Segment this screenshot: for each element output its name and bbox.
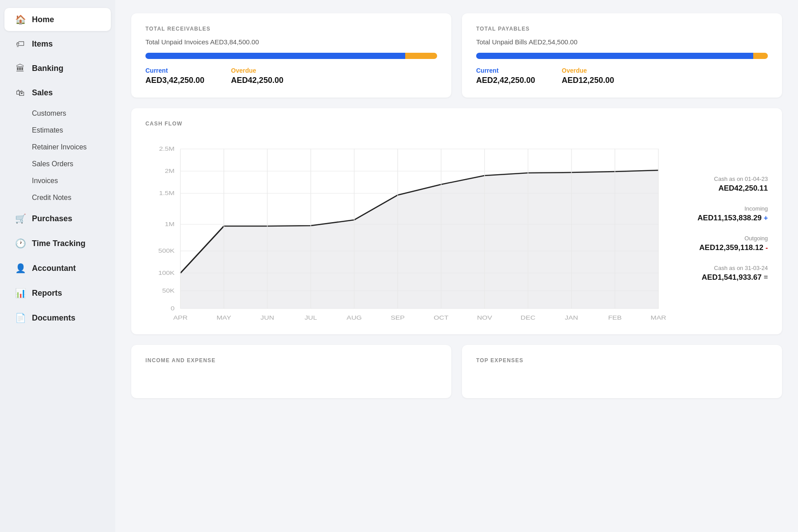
sidebar-item-time-tracking[interactable]: 🕐 Time Tracking bbox=[4, 232, 111, 255]
receivables-legend: Current AED3,42,250.00 Overdue AED42,250… bbox=[145, 67, 437, 85]
sidebar-item-home[interactable]: 🏠 Home bbox=[4, 8, 111, 31]
svg-text:JAN: JAN bbox=[565, 315, 578, 321]
payables-legend: Current AED2,42,250.00 Overdue AED12,250… bbox=[476, 67, 768, 85]
income-expense-card: INCOME AND EXPENSE bbox=[131, 345, 451, 398]
sidebar-item-documents-label: Documents bbox=[32, 313, 75, 323]
sidebar-item-sales-orders[interactable]: Sales Orders bbox=[27, 156, 115, 172]
sales-icon: 🛍 bbox=[15, 88, 26, 98]
accountant-icon: 👤 bbox=[15, 263, 26, 274]
home-icon: 🏠 bbox=[15, 14, 26, 25]
sidebar-item-invoices[interactable]: Invoices bbox=[27, 172, 115, 189]
svg-text:JUN: JUN bbox=[261, 315, 274, 321]
payables-progress-blue bbox=[476, 53, 753, 59]
cash-end-label: Cash as on 31-03-24 bbox=[685, 265, 768, 271]
sidebar-item-credit-notes[interactable]: Credit Notes bbox=[27, 189, 115, 206]
receivables-progress-yellow bbox=[405, 53, 437, 59]
cash-start-block: Cash as on 01-04-23 AED42,250.11 bbox=[685, 176, 768, 193]
cashflow-card: CASH FLOW 2.5M 2M 1.5M 1M bbox=[131, 108, 782, 334]
sidebar-item-items-label: Items bbox=[32, 39, 53, 49]
sidebar-item-items[interactable]: 🏷 Items bbox=[4, 33, 111, 55]
payables-overdue: Overdue AED12,250.00 bbox=[562, 67, 614, 85]
purchases-icon: 🛒 bbox=[15, 213, 26, 224]
cashflow-body: 2.5M 2M 1.5M 1M 500K 100K 50K 0 bbox=[145, 136, 768, 322]
svg-text:FEB: FEB bbox=[608, 315, 622, 321]
svg-text:OCT: OCT bbox=[434, 315, 449, 321]
payables-progress-yellow bbox=[753, 53, 768, 59]
receivables-overdue-value: AED42,250.00 bbox=[231, 76, 283, 85]
payables-overdue-value: AED12,250.00 bbox=[562, 76, 614, 85]
svg-text:SEP: SEP bbox=[391, 315, 405, 321]
receivables-subtitle: Total Unpaid Invoices AED3,84,500.00 bbox=[145, 38, 437, 46]
receivables-current-value: AED3,42,250.00 bbox=[145, 76, 204, 85]
sidebar-item-accountant-label: Accountant bbox=[32, 264, 76, 273]
sidebar: 🏠 Home 🏷 Items 🏛 Banking 🛍 Sales Custome… bbox=[0, 0, 115, 532]
svg-text:AUG: AUG bbox=[347, 315, 362, 321]
sidebar-item-banking-label: Banking bbox=[32, 64, 63, 73]
receivables-overdue: Overdue AED42,250.00 bbox=[231, 67, 283, 85]
payables-current: Current AED2,42,250.00 bbox=[476, 67, 535, 85]
incoming-label: Incoming bbox=[685, 205, 768, 212]
svg-text:2.5M: 2.5M bbox=[159, 146, 175, 152]
sidebar-item-reports-label: Reports bbox=[32, 289, 62, 298]
svg-text:1.5M: 1.5M bbox=[159, 190, 175, 196]
payables-progress-bar bbox=[476, 53, 768, 59]
cashflow-title: CASH FLOW bbox=[145, 121, 768, 127]
items-icon: 🏷 bbox=[15, 39, 26, 49]
svg-text:DEC: DEC bbox=[520, 315, 535, 321]
outgoing-block: Outgoing AED12,359,118.12 - bbox=[685, 235, 768, 252]
cash-end-sign: = bbox=[764, 274, 768, 281]
outgoing-sign: - bbox=[766, 244, 768, 251]
sales-sub-menu: Customers Estimates Retainer Invoices Sa… bbox=[27, 105, 115, 206]
cash-start-label: Cash as on 01-04-23 bbox=[685, 176, 768, 182]
payables-current-label: Current bbox=[476, 67, 535, 74]
sidebar-item-sales-label: Sales bbox=[32, 88, 53, 98]
top-expenses-title: TOP EXPENSES bbox=[476, 357, 768, 364]
reports-icon: 📊 bbox=[15, 288, 26, 298]
top-cards-row: TOTAL RECEIVABLES Total Unpaid Invoices … bbox=[131, 13, 782, 98]
sidebar-item-customers[interactable]: Customers bbox=[27, 105, 115, 122]
receivables-overdue-label: Overdue bbox=[231, 67, 283, 74]
svg-marker-16 bbox=[180, 170, 658, 309]
cash-start-value: AED42,250.11 bbox=[685, 184, 768, 193]
cash-end-block: Cash as on 31-03-24 AED1,541,933.67 = bbox=[685, 265, 768, 282]
receivables-current: Current AED3,42,250.00 bbox=[145, 67, 204, 85]
sidebar-item-home-label: Home bbox=[32, 15, 54, 24]
svg-text:1M: 1M bbox=[165, 221, 175, 227]
documents-icon: 📄 bbox=[15, 313, 26, 323]
sidebar-item-banking[interactable]: 🏛 Banking bbox=[4, 57, 111, 80]
sidebar-item-retainer-invoices[interactable]: Retainer Invoices bbox=[27, 139, 115, 156]
receivables-current-label: Current bbox=[145, 67, 204, 74]
svg-text:APR: APR bbox=[173, 315, 188, 321]
payables-current-value: AED2,42,250.00 bbox=[476, 76, 535, 85]
sidebar-item-sales[interactable]: 🛍 Sales bbox=[4, 82, 111, 104]
banking-icon: 🏛 bbox=[15, 63, 26, 74]
sidebar-item-documents[interactable]: 📄 Documents bbox=[4, 306, 111, 329]
income-expense-title: INCOME AND EXPENSE bbox=[145, 357, 437, 364]
cashflow-chart: 2.5M 2M 1.5M 1M 500K 100K 50K 0 bbox=[145, 136, 670, 322]
bottom-row: INCOME AND EXPENSE TOP EXPENSES bbox=[131, 345, 782, 398]
main-content: TOTAL RECEIVABLES Total Unpaid Invoices … bbox=[115, 0, 798, 532]
cashflow-stats: Cash as on 01-04-23 AED42,250.11 Incomin… bbox=[670, 136, 768, 322]
incoming-sign: + bbox=[764, 214, 768, 222]
sidebar-item-time-tracking-label: Time Tracking bbox=[32, 239, 86, 248]
outgoing-value: AED12,359,118.12 - bbox=[685, 243, 768, 252]
sidebar-item-reports[interactable]: 📊 Reports bbox=[4, 282, 111, 305]
receivables-title: TOTAL RECEIVABLES bbox=[145, 26, 437, 32]
svg-text:MAR: MAR bbox=[650, 315, 666, 321]
payables-overdue-label: Overdue bbox=[562, 67, 614, 74]
svg-text:0: 0 bbox=[171, 305, 175, 312]
svg-text:NOV: NOV bbox=[477, 315, 493, 321]
sidebar-item-estimates[interactable]: Estimates bbox=[27, 122, 115, 139]
sidebar-item-accountant[interactable]: 👤 Accountant bbox=[4, 257, 111, 280]
sidebar-item-purchases-label: Purchases bbox=[32, 214, 72, 223]
svg-text:JUL: JUL bbox=[305, 315, 317, 321]
top-expenses-card: TOP EXPENSES bbox=[462, 345, 782, 398]
incoming-block: Incoming AED11,153,838.29 + bbox=[685, 205, 768, 223]
receivables-progress-blue bbox=[145, 53, 405, 59]
payables-subtitle: Total Unpaid Bills AED2,54,500.00 bbox=[476, 38, 768, 46]
receivables-card: TOTAL RECEIVABLES Total Unpaid Invoices … bbox=[131, 13, 451, 98]
payables-card: TOTAL PAYABLES Total Unpaid Bills AED2,5… bbox=[462, 13, 782, 98]
svg-text:100K: 100K bbox=[158, 270, 175, 276]
sidebar-item-purchases[interactable]: 🛒 Purchases bbox=[4, 207, 111, 230]
time-tracking-icon: 🕐 bbox=[15, 238, 26, 249]
